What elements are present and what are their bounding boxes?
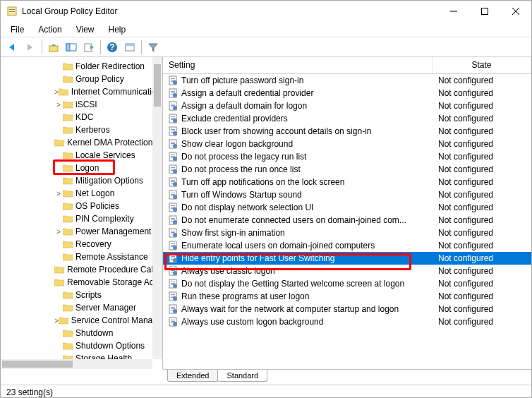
expand-toggle[interactable]: > — [54, 228, 63, 236]
folder-icon — [63, 253, 73, 261]
setting-row[interactable]: Turn off Windows Startup soundNot config… — [163, 188, 531, 201]
tab-extended[interactable]: Extended — [167, 370, 218, 382]
svg-rect-36 — [171, 129, 175, 130]
menu-action[interactable]: Action — [32, 23, 67, 36]
tab-standard[interactable]: Standard — [217, 370, 267, 382]
setting-row[interactable]: Always use custom logon backgroundNot co… — [163, 315, 531, 328]
tree-item[interactable]: Removable Storage Access — [1, 276, 152, 289]
svg-rect-27 — [171, 105, 175, 106]
export-list-button[interactable] — [81, 40, 97, 55]
tree-item[interactable]: Kernel DMA Protection — [1, 136, 152, 149]
svg-rect-76 — [171, 231, 175, 231]
svg-rect-46 — [171, 155, 175, 155]
svg-rect-102 — [171, 296, 175, 296]
setting-row[interactable]: Show clear logon backgroundNot configure… — [163, 138, 531, 150]
folder-icon — [63, 202, 73, 210]
setting-row[interactable]: Hide entry points for Fast User Switchin… — [163, 252, 531, 265]
tree-item[interactable]: Mitigation Options — [1, 174, 152, 187]
menu-file[interactable]: File — [5, 23, 30, 36]
setting-row[interactable]: Do not process the legacy run listNot co… — [163, 150, 531, 163]
maximize-button[interactable] — [469, 1, 500, 22]
properties-button[interactable] — [122, 40, 138, 55]
tree-item[interactable]: Recovery — [1, 238, 152, 251]
svg-rect-112 — [171, 321, 175, 322]
setting-row[interactable]: Turn off picture password sign-inNot con… — [163, 74, 531, 87]
tree-item[interactable]: >Power Management — [1, 225, 152, 238]
setting-state: Not configured — [433, 228, 531, 238]
setting-row[interactable]: Do not process the run once listNot conf… — [163, 163, 531, 176]
tree-item[interactable]: OS Policies — [1, 200, 152, 212]
minimize-button[interactable] — [438, 1, 469, 22]
svg-rect-37 — [171, 131, 175, 131]
tree-item[interactable]: >Service Control Manager Settings — [1, 314, 152, 327]
tree-item[interactable]: Shutdown — [1, 327, 152, 339]
tree-item[interactable]: >iSCSI — [1, 98, 152, 111]
setting-row[interactable]: Turn off app notifications on the lock s… — [163, 176, 531, 188]
setting-row[interactable]: Do not display network selection UINot c… — [163, 201, 531, 214]
setting-row[interactable]: Always wait for the network at computer … — [163, 303, 531, 315]
vertical-scrollbar[interactable] — [152, 57, 162, 359]
folder-icon — [63, 62, 73, 71]
svg-point-39 — [173, 131, 177, 135]
setting-row[interactable]: Assign a default credential providerNot … — [163, 87, 531, 100]
setting-name: Turn off picture password sign-in — [181, 76, 433, 85]
setting-row[interactable]: Do not enumerate connected users on doma… — [163, 214, 531, 227]
filter-button[interactable] — [145, 40, 161, 55]
svg-rect-86 — [171, 256, 175, 257]
show-hide-tree-button[interactable] — [64, 40, 79, 55]
column-state[interactable]: State — [433, 57, 531, 73]
setting-row[interactable]: Show first sign-in animationNot configur… — [163, 227, 531, 239]
tree-item[interactable]: Folder Redirection — [1, 60, 152, 73]
setting-row[interactable]: Do not display the Getting Started welco… — [163, 277, 531, 290]
forward-button[interactable] — [23, 40, 38, 55]
tree-item[interactable]: Shutdown Options — [1, 339, 152, 352]
menubar: File Action View Help — [1, 22, 531, 37]
tree-item-label: Net Logon — [75, 188, 114, 198]
setting-row[interactable]: Exclude credential providersNot configur… — [163, 112, 531, 125]
tree-item[interactable]: KDC — [1, 111, 152, 123]
setting-name: Always use classic logon — [181, 266, 433, 276]
svg-rect-71 — [171, 218, 175, 219]
svg-rect-107 — [171, 308, 175, 309]
tree-item[interactable]: Kerberos — [1, 123, 152, 136]
tree-item[interactable]: >Internet Communication Management — [1, 85, 152, 98]
setting-row[interactable]: Enumerate local users on domain-joined c… — [163, 239, 531, 252]
svg-point-64 — [173, 195, 177, 199]
close-button[interactable] — [500, 1, 531, 22]
help-button[interactable]: ? — [104, 40, 120, 55]
expand-toggle[interactable]: > — [54, 101, 63, 109]
setting-row[interactable]: Always use classic logonNot configured — [163, 265, 531, 277]
setting-row[interactable]: Block user from showing account details … — [163, 125, 531, 138]
setting-name: Block user from showing account details … — [181, 126, 433, 136]
menu-view[interactable]: View — [71, 23, 100, 36]
svg-point-79 — [173, 233, 177, 237]
menu-help[interactable]: Help — [103, 23, 132, 36]
folder-icon — [63, 240, 73, 248]
tree-item[interactable]: Remote Procedure Call — [1, 263, 152, 276]
back-button[interactable] — [5, 40, 20, 55]
tree-item[interactable]: PIN Complexity — [1, 212, 152, 225]
setting-row[interactable]: Assign a default domain for logonNot con… — [163, 100, 531, 112]
folder-icon — [63, 303, 73, 312]
folder-icon — [63, 227, 73, 236]
tree-item[interactable]: >Net Logon — [1, 187, 152, 200]
column-setting[interactable]: Setting — [163, 57, 433, 73]
svg-rect-32 — [171, 118, 175, 119]
setting-name: Hide entry points for Fast User Switchin… — [181, 253, 433, 263]
setting-name: Show clear logon background — [181, 139, 433, 149]
tree-item-label: KDC — [75, 112, 93, 122]
setting-row[interactable]: Run these programs at user logonNot conf… — [163, 290, 531, 303]
folder-icon — [63, 215, 73, 223]
horizontal-scrollbar[interactable] — [1, 359, 152, 369]
tree-item[interactable]: Scripts — [1, 289, 152, 301]
up-button[interactable] — [46, 40, 61, 55]
folder-icon — [63, 113, 73, 121]
setting-state: Not configured — [433, 304, 531, 314]
tree-item[interactable]: Group Policy — [1, 73, 152, 85]
tree-item[interactable]: Remote Assistance — [1, 251, 152, 263]
tree-item[interactable]: Server Manager — [1, 301, 152, 314]
policy-icon — [167, 176, 179, 188]
setting-state: Not configured — [433, 203, 531, 212]
window-title: Local Group Policy Editor — [22, 6, 438, 16]
expand-toggle[interactable]: > — [54, 190, 63, 198]
